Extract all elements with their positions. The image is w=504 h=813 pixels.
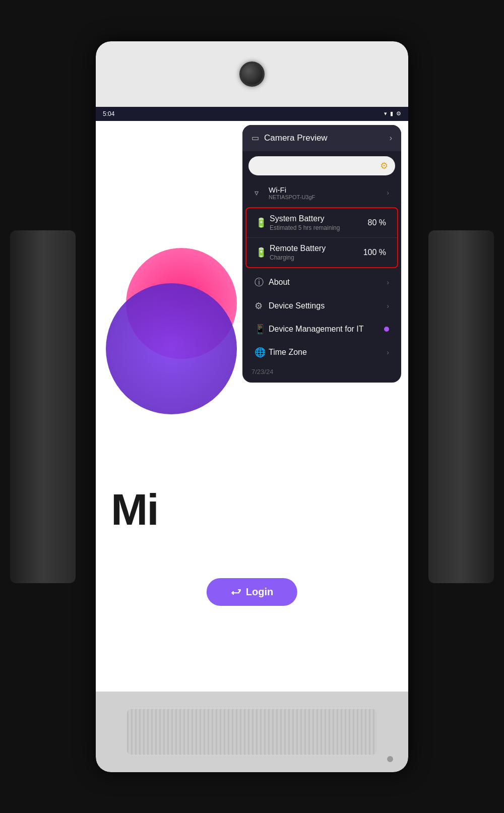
device-settings-icon: ⚙: [255, 300, 269, 311]
remote-battery-value: 100 %: [363, 248, 386, 257]
remote-battery-content: Remote Battery Charging: [270, 244, 363, 261]
camera-preview-label: Camera Preview: [264, 133, 328, 143]
time-zone-icon: 🌐: [255, 347, 269, 358]
login-label: Login: [246, 586, 273, 598]
wifi-chevron: ›: [387, 189, 389, 197]
system-battery-item[interactable]: 🔋 System Battery Estimated 5 hrs remaini…: [246, 208, 397, 237]
system-battery-title: System Battery: [270, 214, 368, 223]
about-chevron: ›: [387, 278, 389, 286]
bracket-right: [428, 230, 494, 583]
camera-preview-item[interactable]: ▭ Camera Preview ›: [242, 125, 401, 151]
login-button[interactable]: ⮐ Login: [207, 578, 297, 606]
device-management-item[interactable]: 📱 Device Management for IT: [245, 318, 398, 341]
battery-section: 🔋 System Battery Estimated 5 hrs remaini…: [245, 207, 398, 268]
camera-lens: [239, 61, 265, 87]
wifi-subtitle: NETIASPOT-U3gF: [269, 194, 387, 200]
speaker-bar: [96, 692, 408, 772]
camera-bar: [96, 41, 408, 107]
device-settings-chevron: ›: [387, 302, 389, 310]
status-time: 5:04: [103, 110, 114, 117]
wifi-icon: ▿: [255, 188, 269, 198]
about-icon: ⓘ: [255, 276, 269, 288]
device-management-title: Device Management for IT: [269, 325, 389, 334]
screen: 5:04 ▾ ▮ ⚙ Mi ⮐ Login: [96, 107, 408, 692]
camera-preview-left: ▭ Camera Preview: [251, 133, 328, 143]
device-outer: 5:04 ▾ ▮ ⚙ Mi ⮐ Login: [0, 0, 504, 813]
remote-battery-title: Remote Battery: [270, 244, 363, 253]
search-bar[interactable]: ⚙: [248, 156, 395, 175]
remote-battery-subtitle: Charging: [270, 254, 363, 261]
about-title: About: [269, 278, 387, 287]
time-zone-item[interactable]: 🌐 Time Zone ›: [245, 341, 398, 364]
wifi-content: Wi-Fi NETIASPOT-U3gF: [269, 185, 387, 200]
time-zone-content: Time Zone: [269, 348, 387, 357]
mi-text: Mi: [111, 484, 158, 535]
wifi-signal-icon: ▾: [384, 110, 387, 117]
remote-battery-item[interactable]: 🔋 Remote Battery Charging 100 %: [246, 237, 397, 267]
device-settings-title: Device Settings: [269, 301, 387, 310]
time-zone-chevron: ›: [387, 348, 389, 356]
dropdown-menu: ▭ Camera Preview › ⚙ ▿ Wi-Fi NETIASPOT-U…: [242, 125, 401, 383]
status-icons: ▾ ▮ ⚙: [384, 110, 401, 117]
login-icon: ⮐: [231, 586, 241, 598]
wifi-item[interactable]: ▿ Wi-Fi NETIASPOT-U3gF ›: [245, 180, 398, 205]
device-management-content: Device Management for IT: [269, 325, 389, 334]
time-zone-title: Time Zone: [269, 348, 387, 357]
bracket-left: [10, 230, 76, 583]
about-content: About: [269, 278, 387, 287]
system-battery-value: 80 %: [368, 218, 386, 227]
system-battery-icon: 🔋: [256, 217, 270, 228]
camera-icon: ▭: [251, 133, 259, 143]
wifi-title: Wi-Fi: [269, 185, 387, 194]
settings-status-icon: ⚙: [396, 110, 401, 117]
system-battery-subtitle: Estimated 5 hrs remaining: [270, 224, 368, 231]
search-input[interactable]: [256, 162, 380, 170]
battery-icon: ▮: [390, 110, 393, 117]
search-gear-icon[interactable]: ⚙: [380, 160, 388, 171]
menu-date: 7/23/24: [242, 364, 401, 378]
remote-battery-icon: 🔋: [256, 247, 270, 258]
system-battery-content: System Battery Estimated 5 hrs remaining: [270, 214, 368, 231]
camera-preview-chevron: ›: [390, 134, 392, 143]
device-management-icon: 📱: [255, 324, 269, 335]
speaker-grille: [127, 709, 377, 755]
speaker-dot: [387, 756, 393, 762]
device-management-notif-dot: [384, 327, 389, 332]
device-settings-content: Device Settings: [269, 301, 387, 310]
bg-circle-purple: [106, 283, 237, 414]
device-settings-item[interactable]: ⚙ Device Settings ›: [245, 294, 398, 318]
about-item[interactable]: ⓘ About ›: [245, 270, 398, 294]
status-bar: 5:04 ▾ ▮ ⚙: [96, 107, 408, 121]
tablet: 5:04 ▾ ▮ ⚙ Mi ⮐ Login: [96, 41, 408, 772]
